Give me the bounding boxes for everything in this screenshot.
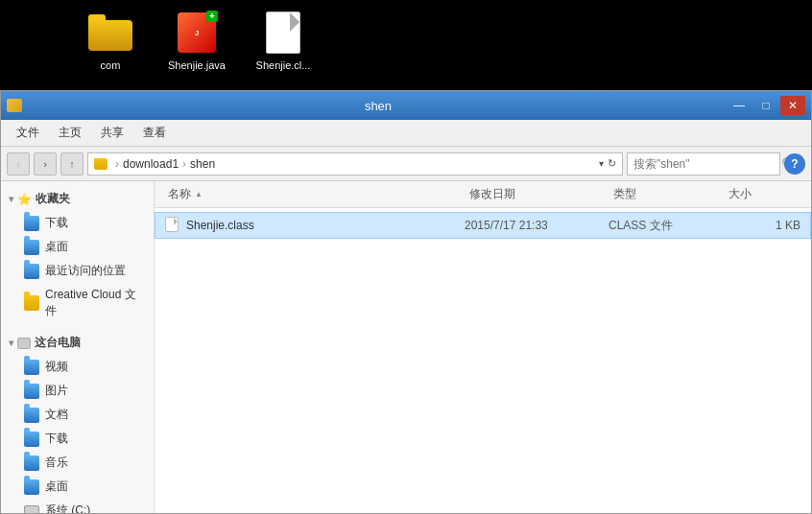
- search-bar[interactable]: 🔍: [627, 152, 780, 175]
- videos-icon: [24, 360, 39, 375]
- menu-bar: 文件 主页 共享 查看: [1, 120, 811, 147]
- desktop-icon-shenjie-class[interactable]: Shenjie.cl...: [250, 10, 317, 71]
- sidebar-item-videos[interactable]: 视频: [1, 355, 154, 379]
- breadcrumb-shen[interactable]: shen: [190, 157, 215, 171]
- minimize-button[interactable]: —: [727, 96, 752, 115]
- column-date-label: 修改日期: [469, 186, 515, 202]
- sidebar-item-system-c[interactable]: 系统 (C:): [1, 499, 154, 513]
- back-button[interactable]: ‹: [7, 152, 30, 175]
- address-dropdown-icon[interactable]: ▾: [599, 158, 604, 169]
- creative-cloud-icon: [24, 295, 39, 311]
- desktop-icon-label-com: com: [101, 59, 121, 71]
- column-header-type[interactable]: 类型: [609, 186, 725, 202]
- recent-icon: [24, 264, 39, 279]
- sidebar-item-label-music: 音乐: [45, 455, 68, 471]
- menu-file[interactable]: 文件: [7, 121, 49, 145]
- sidebar-item-desktop1[interactable]: 桌面: [1, 235, 154, 259]
- explorer-window: shen — □ ✕ 文件 主页 共享 查看 ‹ › ↑ ›: [0, 90, 812, 514]
- pictures-icon: [24, 384, 39, 399]
- desktop-icon-label-class: Shenjie.cl...: [256, 59, 311, 71]
- sidebar-item-label-desktop2: 桌面: [45, 479, 68, 495]
- file-date-label: 2015/7/17 21:33: [465, 219, 609, 232]
- column-headers: 名称 ▲ 修改日期 类型 大小: [155, 181, 811, 208]
- sidebar-section-favorites[interactable]: ▾ ⭐ 收藏夹: [1, 187, 154, 211]
- menu-share[interactable]: 共享: [91, 121, 133, 145]
- title-bar-icons: [7, 99, 22, 112]
- breadcrumb: › download1 › shen: [113, 157, 215, 171]
- sidebar-item-desktop2[interactable]: 桌面: [1, 475, 154, 499]
- class-file-icon: [165, 217, 180, 234]
- documents-icon: [24, 408, 39, 423]
- search-input[interactable]: [633, 157, 777, 171]
- desktop-icon-com[interactable]: com: [77, 10, 144, 71]
- desktop: com J Shenjie.java Shenjie.cl... shen: [0, 0, 812, 514]
- column-header-name[interactable]: 名称 ▲: [164, 186, 466, 202]
- sidebar-favorites-label: 收藏夹: [36, 191, 70, 207]
- sidebar-item-label-system-c: 系统 (C:): [45, 502, 90, 513]
- sidebar-item-pictures[interactable]: 图片: [1, 379, 154, 403]
- music-icon: [24, 456, 39, 471]
- sidebar-item-label-downloads2: 下载: [45, 431, 68, 447]
- system-c-icon: [24, 505, 39, 514]
- sidebar-item-label-desktop1: 桌面: [45, 239, 68, 255]
- this-pc-icon: [17, 338, 31, 349]
- this-pc-chevron: ▾: [9, 338, 13, 348]
- sort-arrow-icon: ▲: [195, 190, 203, 199]
- desktop-icons: com J Shenjie.java Shenjie.cl...: [77, 10, 317, 71]
- title-bar: shen — □ ✕: [1, 91, 811, 120]
- sidebar-section-this-pc[interactable]: ▾ 这台电脑: [1, 331, 154, 355]
- favorites-chevron: ▾: [9, 194, 13, 204]
- sidebar-item-downloads2[interactable]: 下载: [1, 427, 154, 451]
- column-header-size[interactable]: 大小: [725, 186, 801, 202]
- close-button[interactable]: ✕: [780, 96, 805, 115]
- content-area: 名称 ▲ 修改日期 类型 大小: [155, 181, 811, 513]
- desktop2-icon: [24, 479, 39, 495]
- maximize-button[interactable]: □: [753, 96, 778, 115]
- address-bar[interactable]: › download1 › shen ▾ ↻: [87, 152, 623, 175]
- class-file-icon-desktop: [260, 10, 306, 56]
- breadcrumb-root-sep: ›: [115, 157, 119, 171]
- toolbar: ‹ › ↑ › download1 › shen ▾ ↻ 🔍: [1, 147, 811, 181]
- sidebar-item-label-recent: 最近访问的位置: [45, 263, 126, 279]
- sidebar-item-creative-cloud[interactable]: Creative Cloud 文件: [1, 283, 154, 323]
- forward-button[interactable]: ›: [34, 152, 57, 175]
- table-row[interactable]: Shenjie.class 2015/7/17 21:33 CLASS 文件 1…: [155, 212, 811, 239]
- desktop-icon-shenjie-java[interactable]: J Shenjie.java: [163, 10, 230, 71]
- sidebar-item-music[interactable]: 音乐: [1, 451, 154, 475]
- folder-icon-address: [94, 157, 107, 171]
- sidebar-this-pc-label: 这台电脑: [35, 335, 81, 351]
- sidebar-item-label-creative-cloud: Creative Cloud 文件: [45, 287, 146, 319]
- window-controls: — □ ✕: [727, 96, 805, 115]
- sidebar-item-recent[interactable]: 最近访问的位置: [1, 259, 154, 283]
- menu-home[interactable]: 主页: [49, 121, 91, 145]
- file-size-label: 1 KB: [724, 219, 800, 232]
- refresh-button[interactable]: ↻: [608, 157, 616, 170]
- file-name-label: Shenjie.class: [186, 219, 465, 232]
- desktop-icon-label-java: Shenjie.java: [168, 59, 226, 71]
- sidebar-item-label-download1: 下载: [45, 215, 68, 231]
- com-folder-icon: [87, 10, 133, 56]
- file-type-label: CLASS 文件: [609, 218, 724, 234]
- menu-view[interactable]: 查看: [133, 121, 176, 145]
- main-area: ▾ ⭐ 收藏夹 下载 桌面 最近访问的位置 Cr: [1, 181, 811, 513]
- sidebar-item-label-documents: 文档: [45, 407, 68, 423]
- column-header-date[interactable]: 修改日期: [466, 186, 609, 202]
- window-icon: [7, 99, 22, 112]
- download1-icon: [24, 216, 39, 231]
- java-file-icon: J: [174, 10, 220, 56]
- file-list: Shenjie.class 2015/7/17 21:33 CLASS 文件 1…: [155, 208, 811, 513]
- breadcrumb-sep-1: ›: [182, 157, 186, 171]
- favorites-star-icon: ⭐: [17, 193, 32, 206]
- window-title: shen: [30, 99, 727, 113]
- up-button[interactable]: ↑: [60, 152, 84, 175]
- breadcrumb-com[interactable]: download1: [123, 157, 179, 171]
- column-type-label: 类型: [613, 186, 636, 202]
- column-size-label: 大小: [728, 186, 752, 202]
- sidebar-item-documents[interactable]: 文档: [1, 403, 154, 427]
- sidebar-item-label-pictures: 图片: [45, 383, 68, 399]
- desktop1-icon: [24, 240, 39, 255]
- sidebar-item-download1[interactable]: 下载: [1, 211, 154, 235]
- column-name-label: 名称: [168, 186, 191, 202]
- sidebar: ▾ ⭐ 收藏夹 下载 桌面 最近访问的位置 Cr: [1, 181, 155, 513]
- help-button[interactable]: ?: [784, 153, 805, 175]
